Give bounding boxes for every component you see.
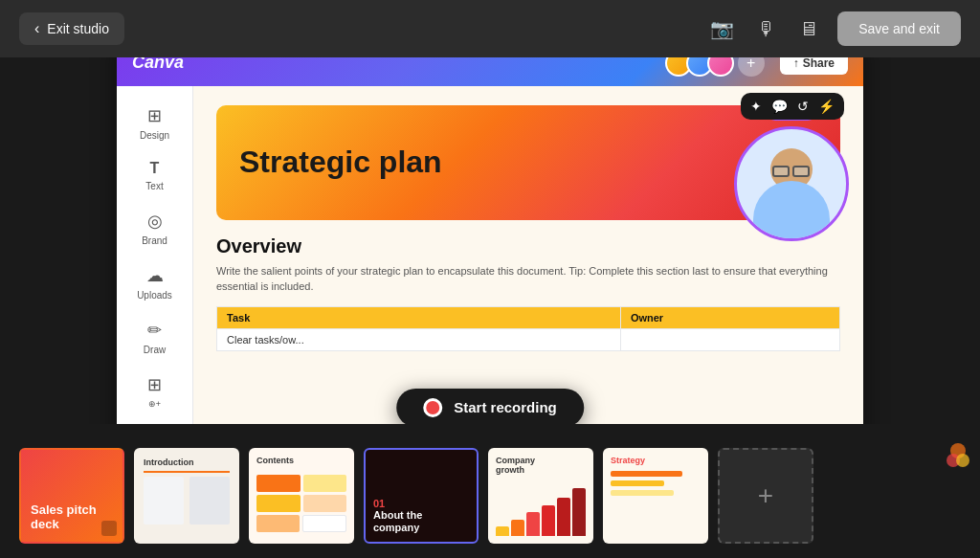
bar-3 [526,512,540,536]
sidebar-item-uploads[interactable]: ☁ Uploads [124,257,186,308]
block-amber [256,495,301,512]
table-header-task: Task [217,306,621,328]
uploads-icon: ☁ [146,265,164,286]
bar-6 [572,488,586,536]
top-bar: ‹ Exit studio 📷 🎙 🖥 Save and exit [0,0,980,57]
microphone-icon: 🎙 [757,18,776,40]
bar-1 [496,526,509,536]
slide-thumb-5[interactable]: Companygrowth [488,448,593,544]
add-icon: + [758,480,773,511]
slide-4-number: 01 [373,498,469,509]
person-glasses [772,166,811,177]
slide-canvas: Canva + ↑ Share ⊞ Design T [117,57,863,424]
slide-2-img-left [144,477,184,525]
glass-left [772,166,790,177]
sidebar-item-draw[interactable]: ✏ Draw [124,312,186,363]
slide-2-cols [144,477,230,525]
recording-bar[interactable]: Start recording [396,389,584,425]
camera-icon-button[interactable]: 📷 [706,13,738,44]
slide-5-title: Companygrowth [496,456,586,475]
block-orange [256,475,301,492]
sidebar-item-brand[interactable]: ◎ Brand [124,203,186,254]
sparkle-icon[interactable]: ✦ [750,99,762,114]
presenter-video [734,126,849,241]
effects-icon[interactable]: ⚡ [818,99,835,114]
person-body [753,181,830,238]
sidebar-label-apps: ⊕+ [148,399,161,409]
slide-2-content: Introduction [136,450,237,532]
sidebar-item-design[interactable]: ⊞ Design [124,98,186,148]
slide-thumb-3[interactable]: Contents [249,448,354,544]
topbar-right: 📷 🎙 🖥 Save and exit [706,11,961,46]
block-yellow [303,475,347,492]
strategy-line-3 [611,490,674,496]
slide-thumb-1[interactable]: Sales pitchdeck [19,448,124,544]
text-icon: T [150,160,160,177]
slide-6-title: Strategy [611,456,701,465]
strategy-line-2 [611,480,664,486]
table-cell-owner [620,328,839,350]
apps-icon: ⊞ [147,374,162,395]
task-table: Task Owner Clear tasks/ow... [216,306,840,351]
slide-3-row-1 [256,475,346,492]
slide-3-title: Contents [256,456,346,465]
table-header-owner: Owner [620,306,839,328]
slide-thumb-2[interactable]: Introduction [134,448,239,544]
slide-6-lines [611,471,701,496]
canva-topbar: Canva + ↑ Share [117,57,863,86]
monitor-icon: 🖥 [799,18,818,40]
brand-icon: ◎ [147,211,163,232]
share-label: Share [803,57,835,70]
design-icon: ⊞ [147,105,162,126]
sidebar-label-draw: Draw [144,345,166,355]
block-white [302,515,347,532]
overview-text: Write the salient points of your strateg… [216,263,840,295]
start-recording-label: Start recording [454,399,557,415]
sidebar-label-text: Text [145,181,163,191]
slide-3-blocks [256,475,346,536]
share-button[interactable]: ↑ Share [780,57,848,75]
table-row: Clear tasks/ow... [217,328,840,350]
strategy-line-1 [611,471,682,477]
canva-logo: Canva [132,57,184,73]
add-slide-button[interactable]: + [718,448,813,544]
glass-right [792,166,810,177]
draw-icon: ✏ [147,320,162,341]
add-collaborator-button[interactable]: + [738,57,765,77]
record-dot-icon [423,398,442,417]
exit-label: Exit studio [47,21,109,36]
bar-2 [511,520,524,537]
avatar-3 [707,57,734,77]
slide-1-logo [101,521,117,536]
monitor-icon-button[interactable]: 🖥 [795,14,822,44]
bar-4 [542,505,555,537]
slide-2-divider [144,471,230,473]
bar-5 [557,498,570,536]
avatar-group: + [665,57,765,77]
save-exit-label: Save and exit [858,21,940,36]
slide-3-row-3 [256,515,346,532]
chat-icon[interactable]: 💬 [771,99,788,114]
sidebar-item-text[interactable]: T Text [124,152,186,199]
back-icon: ‹ [34,20,39,37]
presenter-toolbar: ✦ 💬 ↺ ⚡ [741,93,844,120]
hero-title: Strategic plan [239,145,442,179]
sidebar-label-brand: Brand [142,235,167,246]
block-peach [303,495,347,512]
bar-chart [496,488,586,536]
canva-topbar-right: + ↑ Share [665,57,848,77]
camera-icon: 📷 [710,17,734,40]
table-cell-task: Clear tasks/ow... [217,328,621,350]
slide-2-title: Introduction [144,458,230,467]
save-and-exit-button[interactable]: Save and exit [837,11,961,46]
presenter-container: Jason [729,117,854,251]
slide-thumb-4[interactable]: 01 About thecompany [364,448,479,544]
slide-thumb-6[interactable]: Strategy [603,448,708,544]
sidebar-item-apps[interactable]: ⊞ ⊕+ [124,367,186,416]
exit-studio-button[interactable]: ‹ Exit studio [19,12,124,45]
slide-3-row-2 [256,495,346,512]
microphone-icon-button[interactable]: 🎙 [753,14,780,44]
slide-strip: Sales pitchdeck Introduction Contents [0,434,980,558]
undo-icon[interactable]: ↺ [797,99,809,114]
block-light-orange [256,515,300,532]
